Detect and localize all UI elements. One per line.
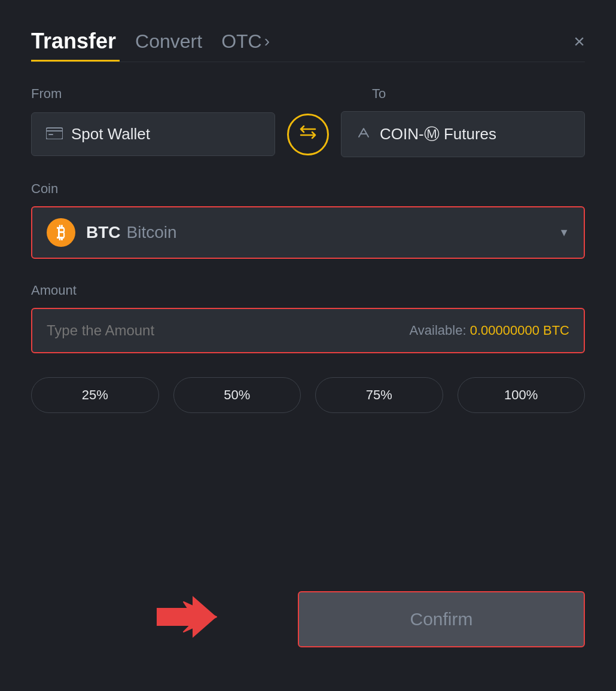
chevron-down-icon: ▼ [559,227,569,239]
swap-button[interactable] [287,114,329,155]
amount-section: Amount Available: 0.00000000 BTC [31,283,585,353]
amount-label: Amount [31,283,585,298]
percent-buttons-row: 25% 50% 75% 100% [31,377,585,413]
from-wallet-selector[interactable]: Spot Wallet [31,112,275,156]
confirm-button[interactable]: Confirm [298,591,585,647]
svg-rect-1 [48,134,53,135]
svg-marker-2 [157,596,216,638]
amount-input-container: Available: 0.00000000 BTC [31,308,585,353]
amount-input[interactable] [47,322,226,339]
swap-spacer [306,86,372,102]
coin-section: Coin ₿ BTC Bitcoin ▼ [31,181,585,259]
to-wallet-selector[interactable]: COIN-Ⓜ Futures [341,111,585,157]
close-button[interactable]: × [574,32,585,51]
from-to-labels: From To [31,86,585,102]
arrow-indicator [151,587,222,649]
bottom-area: Confirm [31,583,585,655]
futures-icon [356,125,371,144]
tab-transfer[interactable]: Transfer [31,29,116,54]
to-wallet-name: COIN-Ⓜ Futures [380,124,496,145]
svg-rect-0 [46,128,63,139]
btc-icon-wrapper: ₿ [47,218,75,247]
available-amount: 0.00000000 BTC [470,323,569,338]
coin-dropdown[interactable]: ₿ BTC Bitcoin ▼ [31,206,585,259]
from-to-row: Spot Wallet COIN [31,111,585,157]
swap-arrows-icon [298,124,318,145]
transfer-modal: Transfer Convert OTC › × From To [0,0,616,691]
coin-full-name: Bitcoin [127,223,177,242]
tab-convert[interactable]: Convert [135,30,202,53]
header-tabs: Transfer Convert OTC › × [31,29,585,54]
btc-icon: ₿ [57,223,65,243]
coin-label: Coin [31,181,585,197]
from-label: From [31,86,306,102]
percent-25-button[interactable]: 25% [31,377,159,413]
percent-75-button[interactable]: 75% [315,377,443,413]
percent-100-button[interactable]: 100% [458,377,585,413]
from-wallet-name: Spot Wallet [71,125,150,143]
header-divider [31,62,585,62]
coin-symbol: BTC [86,223,121,242]
wallet-card-icon [46,126,63,143]
percent-50-button[interactable]: 50% [173,377,301,413]
from-to-section: From To Spot Wallet [31,86,585,157]
to-label: To [372,86,386,102]
tab-otc[interactable]: OTC › [221,30,270,53]
available-text: Available: 0.00000000 BTC [410,323,569,338]
